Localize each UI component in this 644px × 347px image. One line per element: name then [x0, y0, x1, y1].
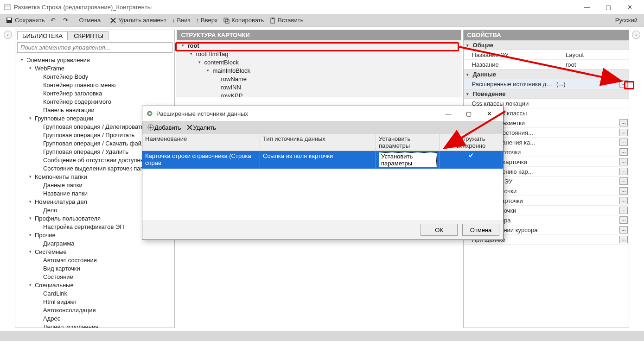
- cancel-dialog-button[interactable]: Отмена: [462, 224, 499, 236]
- prop-group[interactable]: ▾Общие: [464, 40, 629, 50]
- move-down-button[interactable]: ↓Вниз: [169, 15, 193, 26]
- close-button[interactable]: ✕: [619, 0, 640, 14]
- delete-button[interactable]: Удалить: [184, 123, 219, 132]
- ellipsis-button[interactable]: …: [619, 207, 628, 214]
- tree-item[interactable]: ▸Автоконсолидация: [17, 306, 173, 314]
- save-label: Сохранить: [15, 17, 45, 24]
- svg-rect-3: [7, 18, 11, 20]
- tree-item[interactable]: ▸Автомат состояния: [17, 256, 173, 264]
- ok-button[interactable]: ОК: [421, 224, 458, 236]
- tree-item[interactable]: ▾Системные: [17, 247, 173, 256]
- ellipsis-button[interactable]: …: [619, 80, 628, 88]
- save-button[interactable]: Сохранить: [3, 15, 48, 26]
- tab-scripts[interactable]: СКРИПТЫ: [69, 31, 108, 40]
- prop-group[interactable]: ▾Данные: [464, 69, 629, 79]
- gear-icon: [146, 110, 153, 117]
- prop-group[interactable]: ▾Поведение: [464, 89, 629, 99]
- tree-item[interactable]: ▸Html виджет: [17, 297, 173, 306]
- tree-item[interactable]: ▸Состояние: [17, 272, 173, 281]
- svg-rect-6: [224, 18, 228, 22]
- cancel-button[interactable]: Отмена: [77, 15, 104, 26]
- ellipsis-button[interactable]: …: [619, 177, 628, 185]
- tree-item[interactable]: ▸CardLink: [17, 289, 173, 297]
- structure-panel: СТРУКТУРА КАРТОЧКИ ▾root▾rootHtmlTag▾con…: [177, 30, 461, 97]
- structure-item[interactable]: ▸rowName: [180, 75, 458, 83]
- ellipsis-button[interactable]: …: [619, 119, 628, 126]
- dialog-title: Расширенные источники данных: [156, 110, 438, 117]
- ellipsis-button[interactable]: …: [619, 187, 628, 195]
- main-toolbar: Сохранить ↶ ↷ Отмена Удалить элемент ↓Вн…: [0, 14, 644, 27]
- structure-header: СТРУКТУРА КАРТОЧКИ: [177, 30, 460, 40]
- collapse-right-icon[interactable]: ›: [631, 30, 641, 328]
- svg-rect-7: [225, 19, 229, 23]
- status-bar: [0, 331, 644, 341]
- collapse-left-icon[interactable]: ‹: [3, 30, 13, 328]
- redo-button[interactable]: ↷: [60, 15, 73, 26]
- properties-header: СВОЙСТВА: [464, 30, 629, 40]
- tree-item[interactable]: ▸Контейнер содержимого: [17, 97, 173, 106]
- dialog-close-button[interactable]: ✕: [479, 108, 499, 119]
- structure-item[interactable]: ▾contentBlock: [180, 58, 458, 66]
- dialog-maximize-button[interactable]: ▢: [459, 108, 479, 119]
- copy-button[interactable]: Копировать: [220, 15, 267, 26]
- dialog-minimize-button[interactable]: —: [438, 108, 459, 119]
- structure-item[interactable]: ▾root: [180, 41, 458, 50]
- svg-point-11: [149, 113, 151, 114]
- col-params: Установить параметры: [376, 134, 440, 151]
- structure-item[interactable]: ▸rowKPP: [180, 91, 458, 97]
- tree-item[interactable]: ▸Контейнер главного меню: [17, 81, 173, 89]
- window-title: Разметка Строка (редактирование)_Контраг…: [14, 4, 576, 11]
- set-params-button[interactable]: Установить параметры: [379, 152, 437, 167]
- prop-row[interactable]: Название ЭУLayout: [464, 50, 629, 60]
- tab-library[interactable]: БИБЛИОТЕКА: [17, 31, 68, 40]
- tree-item[interactable]: ▸Контейнер Body: [17, 72, 173, 81]
- structure-item[interactable]: ▾rootHtmlTag: [180, 50, 458, 58]
- row-name-cell: Карточка строки справочника (Строка спра…: [142, 151, 260, 169]
- language-selector[interactable]: Русский: [612, 17, 641, 24]
- structure-item[interactable]: ▸rowINN: [180, 83, 458, 91]
- col-sync: Загружать синхронно: [440, 134, 502, 151]
- tree-item[interactable]: ▸Вид карточки: [17, 264, 173, 272]
- ellipsis-button[interactable]: …: [619, 129, 628, 136]
- app-icon: [4, 3, 11, 11]
- tree-item[interactable]: ▾Элементы управления: [17, 56, 173, 64]
- tree-item[interactable]: ▸Диаграмма: [17, 239, 173, 247]
- tree-item[interactable]: ▸Адрес: [17, 314, 173, 322]
- tree-item[interactable]: ▸Контейнер заголовка: [17, 89, 173, 97]
- sync-checkbox[interactable]: [468, 152, 474, 158]
- col-type: Тип источника данных: [260, 134, 376, 151]
- window-titlebar: Разметка Строка (редактирование)_Контраг…: [0, 0, 644, 14]
- sources-table-header: Наименование Тип источника данных Устано…: [142, 134, 503, 151]
- search-input[interactable]: [17, 42, 173, 53]
- ellipsis-button[interactable]: …: [619, 148, 628, 156]
- svg-rect-9: [272, 18, 274, 19]
- maximize-button[interactable]: ▢: [598, 0, 619, 14]
- ellipsis-button[interactable]: …: [619, 236, 628, 243]
- add-button[interactable]: Добавить: [144, 123, 184, 132]
- ellipsis-button[interactable]: …: [619, 158, 628, 165]
- minimize-button[interactable]: —: [576, 0, 598, 14]
- move-up-button[interactable]: ↑Вверх: [193, 15, 221, 26]
- ellipsis-button[interactable]: …: [619, 226, 628, 233]
- ellipsis-button[interactable]: …: [619, 139, 628, 146]
- delete-element-button[interactable]: Удалить элемент: [107, 15, 169, 26]
- ellipsis-button[interactable]: …: [619, 197, 628, 204]
- paste-button[interactable]: Вставить: [267, 15, 306, 26]
- extended-sources-dialog: Расширенные источники данных — ▢ ✕ Добав…: [142, 106, 504, 240]
- col-name: Наименование: [142, 134, 260, 151]
- tree-item[interactable]: ▾WebFrame: [17, 64, 173, 72]
- ellipsis-button[interactable]: …: [619, 168, 628, 175]
- undo-button[interactable]: ↶: [48, 15, 60, 26]
- tree-item[interactable]: ▸Дерево исполнения: [17, 322, 173, 328]
- structure-tree[interactable]: ▾root▾rootHtmlTag▾contentBlock▾mainInfoB…: [177, 40, 460, 97]
- prop-row[interactable]: Названиеroot: [464, 60, 629, 69]
- svg-rect-0: [5, 4, 10, 10]
- table-row[interactable]: Карточка строки справочника (Строка спра…: [142, 151, 503, 169]
- structure-item[interactable]: ▾mainInfoBlock: [180, 66, 458, 75]
- prop-row[interactable]: Расширенные источники данн...(...)…: [464, 79, 629, 89]
- tree-item[interactable]: ▾Специальные: [17, 281, 173, 289]
- library-tabbar: БИБЛИОТЕКА СКРИПТЫ: [15, 30, 175, 40]
- row-type-cell: Ссылка из поля карточки: [260, 151, 376, 169]
- ellipsis-button[interactable]: …: [619, 216, 628, 224]
